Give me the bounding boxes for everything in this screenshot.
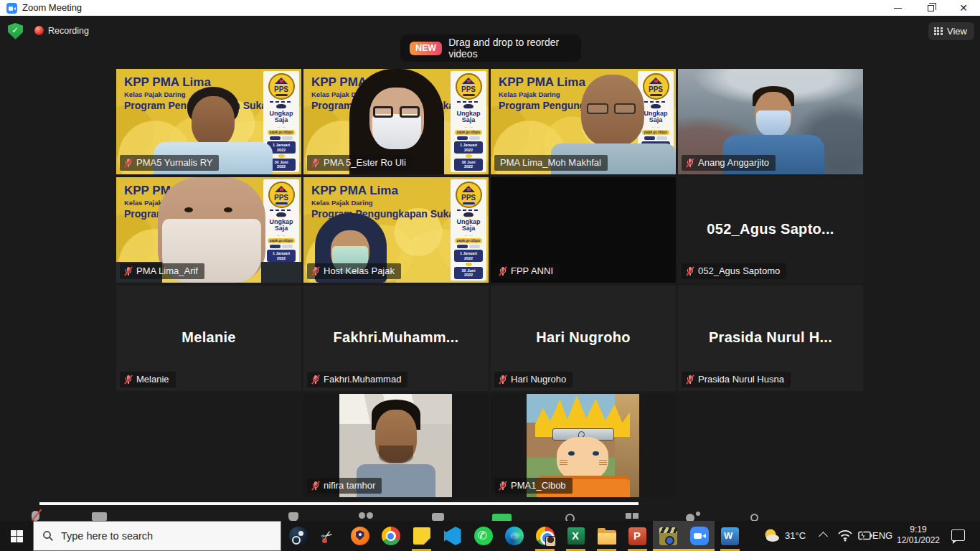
record-button[interactable] xyxy=(565,514,575,521)
zoom-app-icon xyxy=(6,3,17,14)
taskbar-icon-word[interactable] xyxy=(715,521,745,551)
participant-tile-fpp-anni[interactable]: FPP ANNI xyxy=(491,177,676,283)
muted-mic-icon xyxy=(498,375,507,385)
search-input[interactable] xyxy=(61,530,248,542)
taskbar-icon-sticky-notes[interactable] xyxy=(406,521,437,551)
breakout-rooms-button[interactable] xyxy=(626,513,631,519)
recording-label: Recording xyxy=(48,26,89,36)
screen: Recording View NEW Drag and drop to reor… xyxy=(0,0,980,551)
participant-tile-agus[interactable]: 052_Agus Sapto... 052_Agus Saptomo xyxy=(678,177,863,283)
clock-date: 12/01/2022 xyxy=(892,535,945,546)
muted-mic-icon xyxy=(123,266,133,276)
taskbar-icon-zoom[interactable] xyxy=(684,521,715,551)
chat-button[interactable] xyxy=(432,513,444,521)
participant-tile-cibob[interactable]: PMA1_Cibob xyxy=(491,394,676,497)
security-button[interactable] xyxy=(288,512,298,521)
clock-time: 9:19 xyxy=(892,524,945,535)
muted-mic-icon xyxy=(498,266,507,276)
muted-mic-icon xyxy=(123,158,133,168)
apps-button[interactable] xyxy=(750,514,758,521)
language-indicator[interactable]: ENG xyxy=(872,530,892,541)
search-icon xyxy=(42,530,54,542)
battery-icon[interactable] xyxy=(857,530,872,541)
security-shield-icon[interactable] xyxy=(8,23,23,39)
name-tag: Anang Anggarjito xyxy=(682,155,776,171)
participant-display-name: Fakhri.Muhamm... xyxy=(303,329,489,345)
breakout-rooms-icon xyxy=(633,513,639,519)
windows-taskbar: 31°C ENG 9:19 12/01/2022 xyxy=(0,521,980,551)
participant-tile-nifira[interactable]: nifira tamhor xyxy=(303,394,489,497)
muted-mic-icon xyxy=(498,481,507,491)
video-button[interactable] xyxy=(92,512,107,521)
restore-button[interactable] xyxy=(914,0,947,16)
window-titlebar: Zoom Meeting ✕ xyxy=(0,0,980,16)
tooltip-text: Drag and drop to reorder videos xyxy=(448,37,572,60)
muted-mic-icon xyxy=(123,375,133,385)
name-tag: PMA Lima_Arif xyxy=(120,263,204,279)
name-tag: PMA 5_Ester Ro Uli xyxy=(307,155,413,171)
close-button[interactable]: ✕ xyxy=(947,0,980,16)
muted-mic-icon xyxy=(311,266,320,276)
taskbar-icon-edge[interactable] xyxy=(499,521,529,551)
start-button[interactable] xyxy=(0,521,33,551)
muted-mic-icon xyxy=(685,158,694,168)
taskbar-icon-excel[interactable] xyxy=(560,521,591,551)
taskbar-icon-media-player[interactable] xyxy=(653,521,684,551)
name-tag: PMA Lima_Moh Makhfal xyxy=(494,155,608,171)
participant-display-name: Prasida Nurul H... xyxy=(678,329,863,345)
view-button[interactable]: View xyxy=(928,22,974,40)
taskbar-icon-chrome[interactable] xyxy=(375,521,406,551)
participant-tile-anang[interactable]: Anang Anggarjito xyxy=(678,69,863,174)
name-tag: FPP ANNI xyxy=(494,263,560,279)
participant-tile-fakhri[interactable]: Fakhri.Muhamm... Fakhri.Muhammad xyxy=(303,286,489,391)
participant-tile-hari[interactable]: Hari Nugroho Hari Nugroho xyxy=(491,286,676,391)
background-window-edge xyxy=(39,502,639,505)
taskbar-clock[interactable]: 9:19 12/01/2022 xyxy=(892,524,945,546)
taskbar-search[interactable] xyxy=(33,521,281,551)
minimize-button[interactable] xyxy=(881,0,914,16)
participant-tile-melanie[interactable]: Melanie Melanie xyxy=(116,286,301,391)
taskbar-icon-avast[interactable] xyxy=(344,521,375,551)
name-tag: Hari Nugroho xyxy=(494,372,573,387)
participants-button[interactable] xyxy=(359,512,365,519)
taskbar-icon-whatsapp[interactable] xyxy=(468,521,499,551)
reorder-tooltip: NEW Drag and drop to reorder videos xyxy=(400,34,581,62)
participant-tile-yurnalis[interactable]: KPP PMA Lima Kelas Pajak Daring Program … xyxy=(116,69,301,174)
windows-logo-icon xyxy=(11,530,23,542)
participant-display-name: Hari Nugroho xyxy=(491,329,676,345)
participant-tile-prasida[interactable]: Prasida Nurul H... Prasida Nurul Husna xyxy=(678,286,863,391)
participant-tile-ester[interactable]: KPP PMA Lima Kelas Pajak Daring Program … xyxy=(303,69,489,174)
taskbar-icon-file-explorer[interactable] xyxy=(591,521,622,551)
name-tag: Prasida Nurul Husna xyxy=(682,372,791,387)
name-tag: PMA1_Cibob xyxy=(494,478,573,494)
taskbar-icon-vscode[interactable] xyxy=(437,521,468,551)
window-title: Zoom Meeting xyxy=(22,2,82,13)
weather-icon[interactable] xyxy=(762,527,781,545)
name-tag: Fakhri.Muhammad xyxy=(307,372,407,387)
new-badge: NEW xyxy=(410,42,442,55)
muted-mic-icon xyxy=(311,375,320,385)
participant-tile-makhfal-active-speaker[interactable]: KPP PMA Lima Kelas Pajak Daring Program … xyxy=(491,69,676,174)
view-button-label: View xyxy=(947,26,967,37)
share-screen-button[interactable] xyxy=(492,514,512,521)
temperature-label[interactable]: 31°C xyxy=(785,530,806,541)
name-tag: PMA5 Yurnalis RY xyxy=(120,155,219,171)
taskbar-icon-powerpoint[interactable] xyxy=(622,521,653,551)
participant-display-name: Melanie xyxy=(116,329,301,345)
muted-mic-icon xyxy=(685,266,694,276)
taskbar-icon-steam[interactable] xyxy=(283,521,314,551)
participant-tile-host[interactable]: KPP PMA Lima Kelas Pajak Daring Program … xyxy=(303,177,489,283)
name-tag: 052_Agus Saptomo xyxy=(682,263,786,279)
participant-tile-arif[interactable]: KPP PMA Lima Kelas Pajak Daring Program … xyxy=(116,177,301,283)
name-tag: nifira tamhor xyxy=(307,478,382,494)
muted-mic-icon xyxy=(311,158,320,168)
name-tag: Host Kelas Pajak xyxy=(307,263,401,279)
reactions-button[interactable] xyxy=(686,514,694,521)
wifi-icon[interactable] xyxy=(838,529,852,542)
taskbar-icon-snipping-tool[interactable] xyxy=(314,521,344,551)
tray-expand-chevron[interactable] xyxy=(819,532,828,541)
recording-indicator-icon xyxy=(34,26,44,35)
taskbar-icon-chrome-profile[interactable] xyxy=(529,521,560,551)
muted-mic-icon xyxy=(311,481,320,491)
action-center-icon[interactable] xyxy=(951,529,965,541)
